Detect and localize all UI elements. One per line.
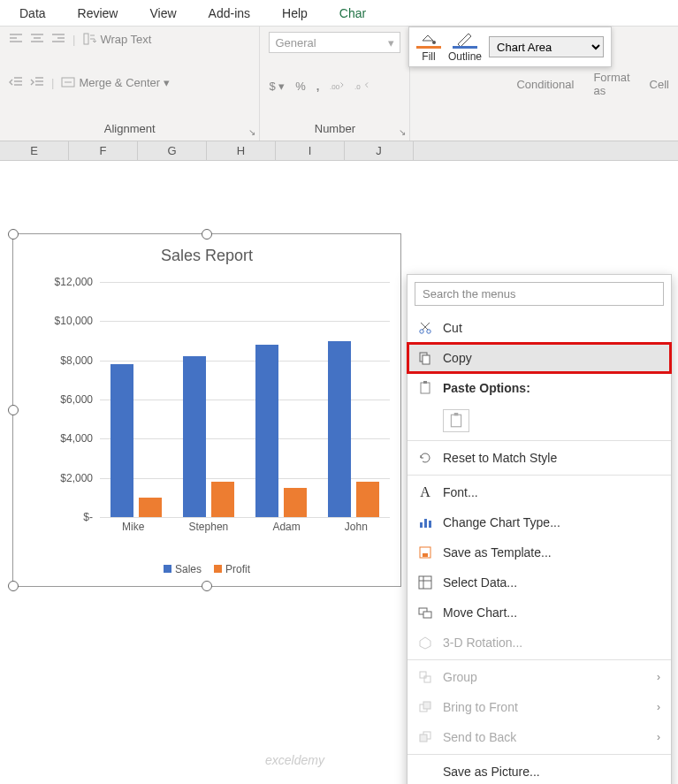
svg-rect-32 xyxy=(424,519,427,528)
menu-cut[interactable]: Cut xyxy=(408,313,671,343)
chevron-down-icon: ▾ xyxy=(388,36,394,49)
legend-swatch-sales xyxy=(164,565,171,573)
menu-save-as-picture[interactable]: Save as Picture... xyxy=(408,757,671,784)
y-tick-label: $4,000 xyxy=(43,432,93,445)
cell-styles-button[interactable]: Cell xyxy=(650,78,669,91)
percent-button[interactable]: % xyxy=(295,80,306,93)
svg-rect-33 xyxy=(429,521,431,528)
svg-rect-36 xyxy=(419,576,431,589)
menu-search-input[interactable]: Search the menus xyxy=(415,282,664,306)
worksheet-area[interactable]: Sales Report $12,000$10,000$8,000$6,000$… xyxy=(0,161,678,784)
number-group-title: Number xyxy=(269,122,400,139)
resize-handle[interactable] xyxy=(202,581,212,591)
alignment-group-title: Alignment xyxy=(9,122,250,139)
col-h[interactable]: H xyxy=(207,141,276,160)
bar-sales-adam[interactable] xyxy=(255,345,278,517)
menu-3d-rotation: 3-D Rotation... xyxy=(408,628,671,658)
menu-paste-options: Paste Options: xyxy=(408,373,671,403)
svg-rect-40 xyxy=(423,612,431,618)
svg-rect-35 xyxy=(423,553,428,557)
tab-help[interactable]: Help xyxy=(266,1,324,26)
outline-icon xyxy=(453,31,477,49)
increase-decimal-icon[interactable]: .00 xyxy=(330,79,344,93)
menu-copy[interactable]: Copy xyxy=(408,343,671,373)
svg-rect-31 xyxy=(420,522,423,528)
tab-chart[interactable]: Char xyxy=(324,1,382,26)
svg-point-21 xyxy=(420,330,423,333)
tab-addins[interactable]: Add-ins xyxy=(193,1,266,26)
align-left-icon[interactable] xyxy=(9,32,23,46)
legend-label-profit: Profit xyxy=(225,563,250,575)
resize-handle[interactable] xyxy=(8,405,19,415)
resize-handle[interactable] xyxy=(8,581,19,591)
bring-front-icon xyxy=(416,699,434,715)
x-tick-label: Adam xyxy=(272,521,300,533)
y-tick-label: $8,000 xyxy=(43,354,93,367)
alignment-dialog-launcher-icon[interactable]: ↘ xyxy=(248,127,255,137)
fill-button[interactable]: Fill xyxy=(416,31,441,63)
svg-point-20 xyxy=(432,41,436,44)
column-headers: E F G H I J xyxy=(0,141,678,161)
wrap-text-label: Wrap Text xyxy=(100,33,151,46)
y-tick-label: $10,000 xyxy=(43,315,93,327)
wrap-text-button[interactable]: Wrap Text xyxy=(82,32,151,46)
menu-font[interactable]: A Font... xyxy=(408,477,671,507)
resize-handle[interactable] xyxy=(202,229,212,240)
currency-button[interactable]: $ ▾ xyxy=(269,80,285,93)
save-template-icon xyxy=(416,544,434,560)
col-j[interactable]: J xyxy=(345,141,414,160)
tab-view[interactable]: View xyxy=(133,1,192,26)
y-tick-label: $2,000 xyxy=(43,472,93,484)
indent-decrease-icon[interactable] xyxy=(9,75,23,89)
mini-toolbar: Fill Outline Chart Area xyxy=(408,27,612,67)
svg-rect-9 xyxy=(84,34,88,44)
legend-label-sales: Sales xyxy=(175,563,202,575)
comma-button[interactable]: , xyxy=(316,80,320,93)
tab-review[interactable]: Review xyxy=(62,1,134,26)
bar-profit-john[interactable] xyxy=(356,482,379,517)
bar-sales-mike[interactable] xyxy=(110,364,133,517)
merge-center-button[interactable]: Merge & Center ▾ xyxy=(61,75,170,89)
merge-center-label: Merge & Center xyxy=(79,76,160,89)
y-tick-label: $6,000 xyxy=(43,393,93,406)
bar-profit-adam[interactable] xyxy=(284,488,307,517)
menu-change-chart-type[interactable]: Change Chart Type... xyxy=(408,507,671,537)
chart-object[interactable]: Sales Report $12,000$10,000$8,000$6,000$… xyxy=(12,233,401,587)
bar-sales-stephen[interactable] xyxy=(183,356,206,517)
chart-legend[interactable]: Sales Profit xyxy=(13,563,400,575)
conditional-formatting-button[interactable]: Conditional xyxy=(516,78,574,91)
svg-line-24 xyxy=(421,323,428,330)
col-f[interactable]: F xyxy=(69,141,138,160)
menu-move-chart[interactable]: Move Chart... xyxy=(408,598,671,628)
bar-sales-john[interactable] xyxy=(328,341,351,518)
chart-title[interactable]: Sales Report xyxy=(13,234,400,270)
bar-profit-stephen[interactable] xyxy=(211,482,234,517)
svg-line-23 xyxy=(423,323,430,330)
decrease-decimal-icon[interactable]: .0 xyxy=(354,79,369,93)
menu-reset-style[interactable]: Reset to Match Style xyxy=(408,443,671,473)
resize-handle[interactable] xyxy=(8,229,19,240)
chart-element-selector[interactable]: Chart Area xyxy=(489,36,604,57)
y-axis-labels: $12,000$10,000$8,000$6,000$4,000$2,000$- xyxy=(43,282,96,517)
align-right-icon[interactable] xyxy=(51,32,65,46)
plot-area[interactable]: $12,000$10,000$8,000$6,000$4,000$2,000$- xyxy=(43,282,390,517)
indent-increase-icon[interactable] xyxy=(30,75,44,89)
bar-profit-mike[interactable] xyxy=(139,498,162,517)
tab-data[interactable]: Data xyxy=(4,1,62,26)
svg-text:.00: .00 xyxy=(330,83,340,91)
menu-save-template[interactable]: Save as Template... xyxy=(408,537,671,567)
font-icon: A xyxy=(416,484,434,500)
number-dialog-launcher-icon[interactable]: ↘ xyxy=(399,127,406,137)
number-format-select[interactable]: General ▾ xyxy=(269,32,400,53)
number-format-value: General xyxy=(275,36,316,49)
col-e[interactable]: E xyxy=(0,141,69,160)
col-i[interactable]: I xyxy=(276,141,345,160)
col-g[interactable]: G xyxy=(138,141,207,160)
y-tick-label: $- xyxy=(43,511,93,523)
align-center-icon[interactable] xyxy=(30,32,44,46)
menu-select-data[interactable]: Select Data... xyxy=(408,567,671,598)
format-as-table-button[interactable]: Format as xyxy=(593,71,629,97)
outline-button[interactable]: Outline xyxy=(448,31,482,63)
menu-bring-front: Bring to Front › xyxy=(408,692,671,722)
menu-paste-option-1[interactable] xyxy=(408,403,671,438)
